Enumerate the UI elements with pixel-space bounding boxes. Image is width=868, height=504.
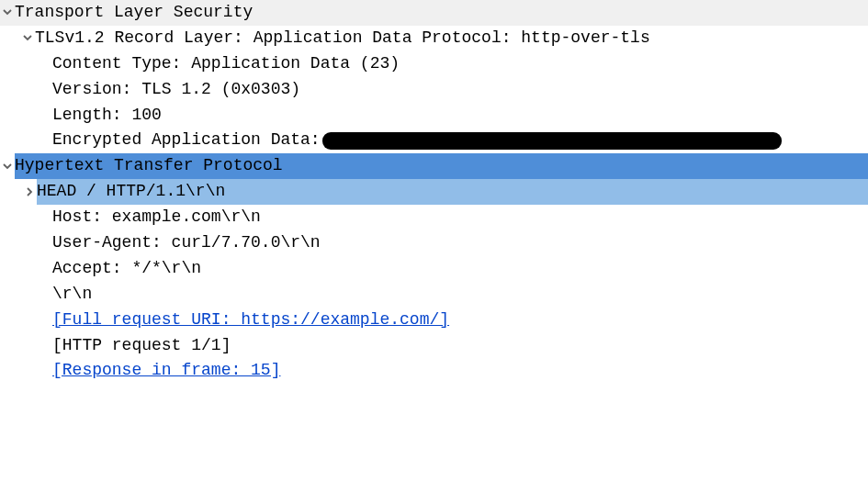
tree-row-http-accept[interactable]: Accept: */*\r\n [0,256,868,282]
tree-row-http-crlf[interactable]: \r\n [0,282,868,308]
tree-row-http-host[interactable]: Host: example.com\r\n [0,205,868,230]
http-full-uri-link[interactable]: [Full request URI: https://example.com/] [52,308,449,333]
tree-row-http-request-line[interactable]: HEAD / HTTP/1.1\r\n [0,179,868,205]
tree-row-http[interactable]: Hypertext Transfer Protocol [0,153,868,179]
tree-row-http-user-agent[interactable]: User-Agent: curl/7.70.0\r\n [0,230,868,256]
tree-row-encrypted-data[interactable]: Encrypted Application Data: [0,128,868,153]
version-field: Version: TLS 1.2 (0x0303) [52,77,300,103]
chevron-down-icon[interactable] [0,158,15,175]
encrypted-data-label: Encrypted Application Data: [52,128,321,153]
tree-row-tls[interactable]: Transport Layer Security [0,0,868,26]
http-crlf: \r\n [52,282,92,308]
tree-row-version[interactable]: Version: TLS 1.2 (0x0303) [0,77,868,103]
tree-row-tls-record[interactable]: TLSv1.2 Record Layer: Application Data P… [0,26,868,51]
http-accept: Accept: */*\r\n [52,256,201,282]
chevron-down-icon[interactable] [20,30,35,48]
tree-row-http-full-uri[interactable]: [Full request URI: https://example.com/] [0,308,868,333]
length-field: Length: 100 [52,103,162,129]
http-request-number: [HTTP request 1/1] [52,333,231,359]
http-title: Hypertext Transfer Protocol [15,156,283,174]
http-response-frame-link[interactable]: [Response in frame: 15] [52,358,280,384]
http-user-agent: User-Agent: curl/7.70.0\r\n [52,230,321,256]
tls-title: Transport Layer Security [15,0,253,26]
tree-row-http-req-num[interactable]: [HTTP request 1/1] [0,333,868,359]
tls-record-title: TLSv1.2 Record Layer: Application Data P… [35,26,650,51]
tree-row-content-type[interactable]: Content Type: Application Data (23) [0,51,868,77]
redacted-data-icon [322,132,782,150]
content-type-field: Content Type: Application Data (23) [52,51,400,77]
http-host: Host: example.com\r\n [52,205,261,230]
tree-row-http-response-frame[interactable]: [Response in frame: 15] [0,358,868,384]
http-request-line: HEAD / HTTP/1.1\r\n [37,182,225,200]
tree-row-length[interactable]: Length: 100 [0,103,868,129]
chevron-down-icon[interactable] [0,5,15,22]
chevron-right-icon[interactable] [22,184,37,201]
